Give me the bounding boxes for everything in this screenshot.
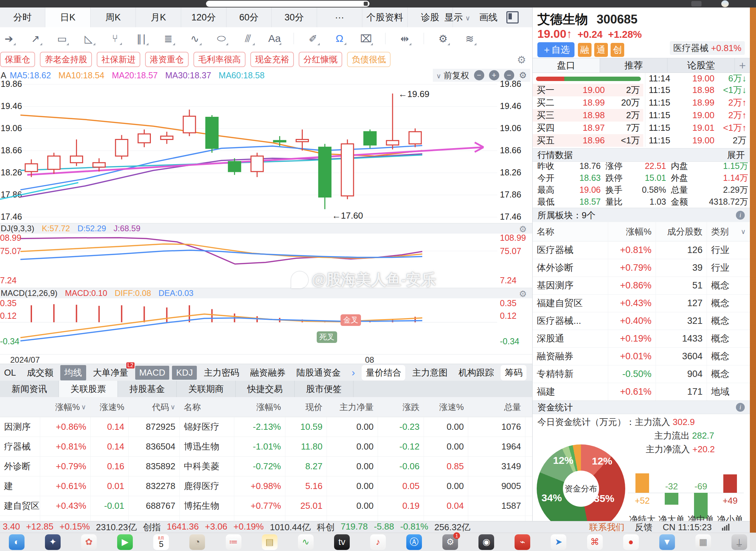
order-book-row[interactable]: 买四18.977万: [533, 122, 643, 134]
arrow-app-icon[interactable]: ➤: [551, 534, 566, 550]
sector-column-header[interactable]: 成分股数: [656, 222, 707, 241]
tab-日K[interactable]: 日K: [45, 7, 91, 27]
expand-link[interactable]: 展开: [727, 149, 745, 161]
music-icon[interactable]: ♪: [370, 534, 386, 550]
table-row[interactable]: 建+0.61%0.01832278鹿得医疗+0.98%5.160.000.050…: [0, 476, 532, 496]
gann-fan-icon[interactable]: ◺: [81, 33, 96, 45]
adjust-dropdown[interactable]: ∨ 前复权: [436, 70, 469, 81]
tab-120分[interactable]: 120分: [181, 7, 226, 27]
tags-gear-icon[interactable]: ⚙: [517, 54, 526, 66]
spotlight-search-input[interactable]: [206, 1, 369, 7]
sector-row[interactable]: 医疗器械...+0.40%321概念: [533, 312, 750, 330]
rectangle-tool-icon[interactable]: ▭: [54, 33, 69, 45]
trash-icon[interactable]: ⍊: [731, 534, 747, 550]
fib-circle-icon[interactable]: ⬭: [214, 33, 229, 45]
panel-tab-推荐[interactable]: 推荐: [600, 58, 667, 73]
minus-circle-icon[interactable]: −: [474, 70, 484, 80]
trash-icon[interactable]: ⌧: [359, 33, 374, 45]
sector-row[interactable]: 深股通+0.19%1433概念: [533, 330, 750, 348]
news-tab-股市便签[interactable]: 股市便签: [295, 381, 353, 397]
control-center-icon[interactable]: [691, 1, 702, 6]
column-header[interactable]: 主力净量: [327, 397, 378, 417]
notes-icon[interactable]: ▤: [262, 534, 278, 550]
settings-icon[interactable]: ⚙1: [442, 534, 458, 550]
table-row[interactable]: 因测序+0.86%0.14872925锦好医疗-2.13%10.590.00-0…: [0, 417, 532, 437]
column-header[interactable]: 总量: [468, 397, 525, 417]
indicator-tab-大单净量[interactable]: 大单净量L2: [89, 365, 132, 380]
downloads-folder-icon[interactable]: ▼: [659, 534, 675, 550]
order-book-row[interactable]: 买三18.982万: [533, 109, 643, 122]
sector-row[interactable]: 福建+0.61%171地域: [533, 383, 750, 401]
badge-创[interactable]: 创: [611, 43, 624, 57]
finder-icon[interactable]: ◐: [9, 534, 25, 550]
eraser-icon[interactable]: ✐: [305, 33, 320, 45]
indicator-tab-机构跟踪[interactable]: 机构跟踪: [454, 365, 498, 380]
contacts-icon[interactable]: ◔: [189, 534, 205, 550]
indicator-tab-KDJ[interactable]: KDJ: [172, 366, 197, 380]
tag-chip[interactable]: 现金充裕: [250, 52, 294, 67]
move-tool-icon[interactable]: ⇹: [397, 33, 412, 45]
launchpad-icon[interactable]: ✦: [45, 534, 61, 550]
news-tab-关联股票[interactable]: 关联股票: [59, 381, 118, 397]
photos-icon[interactable]: ✿: [81, 534, 97, 550]
panel-tab-盘口[interactable]: 盘口: [533, 58, 600, 73]
indicator-tab-陆股通资金[interactable]: 陆股通资金: [292, 365, 345, 380]
tag-chip[interactable]: 港资重仓: [145, 52, 189, 67]
info-icon[interactable]: i: [736, 211, 745, 220]
tab-周K[interactable]: 周K: [91, 7, 136, 27]
tag-chip[interactable]: 社保新进: [97, 52, 140, 67]
news-tab-新闻资讯[interactable]: 新闻资讯: [0, 381, 59, 397]
column-header[interactable]: 涨速%: [424, 397, 468, 417]
draw-line-button[interactable]: 画线: [479, 11, 498, 23]
order-book-row[interactable]: 买五18.96<1万: [533, 134, 643, 147]
horizontal-lines-icon[interactable]: ≣: [161, 33, 176, 45]
tab-30分[interactable]: 30分: [272, 7, 317, 27]
sector-column-header[interactable]: 涨幅%: [608, 222, 656, 241]
panel-tab-论股堂[interactable]: 论股堂: [667, 58, 735, 73]
pointer-arrow-icon[interactable]: ➔: [1, 33, 16, 45]
column-header[interactable]: 名称: [180, 397, 234, 417]
column-header[interactable]: 现价: [285, 397, 327, 417]
trend-line-icon[interactable]: ↗: [28, 33, 43, 45]
order-book-row[interactable]: 买二18.9920万: [533, 96, 643, 109]
files-window-icon[interactable]: ▦: [695, 534, 711, 550]
wave-tool-icon[interactable]: ∿: [187, 33, 202, 45]
news-tab-关联期商[interactable]: 关联期商: [177, 381, 236, 397]
column-header[interactable]: 涨速%: [91, 397, 129, 417]
tag-chip[interactable]: 保重仓: [0, 52, 35, 67]
badge-融[interactable]: 融: [578, 43, 592, 57]
indicator-tab-MACD[interactable]: MACD: [135, 366, 170, 380]
info-icon[interactable]: i: [736, 403, 745, 412]
tag-chip[interactable]: 养老金持股: [40, 52, 92, 67]
tag-chip[interactable]: 负债很低: [347, 52, 391, 67]
badge-通[interactable]: 通: [594, 43, 608, 57]
sector-row[interactable]: 基因测序+0.86%51概念: [533, 277, 750, 295]
panel-tab-＋[interactable]: ＋: [735, 58, 750, 73]
facetime-icon[interactable]: ▶: [117, 534, 133, 550]
news-tab-持股基金[interactable]: 持股基金: [118, 381, 177, 397]
sector-row[interactable]: 专精特新-0.50%904概念: [533, 365, 750, 383]
panel-toggle-icon[interactable]: [506, 11, 519, 23]
sector-column-header[interactable]: 名称: [533, 222, 608, 241]
status-link[interactable]: 联系我们: [589, 521, 625, 533]
indicator-tab-OL[interactable]: OL: [0, 366, 20, 380]
appletv-icon[interactable]: tv: [334, 534, 350, 550]
tag-chip[interactable]: 分红慷慨: [299, 52, 342, 67]
calendar-icon[interactable]: 8月5: [153, 534, 169, 550]
sector-row[interactable]: 融资融券+0.01%3604概念: [533, 347, 750, 365]
toolbar-gear-icon[interactable]: ⚙: [436, 33, 451, 45]
red-dot-app-icon[interactable]: ●: [623, 534, 639, 550]
news-tab-快捷交易[interactable]: 快捷交易: [236, 381, 295, 397]
indicator-tab-›[interactable]: ›: [347, 365, 359, 380]
status-link[interactable]: 反馈: [635, 521, 652, 533]
tab-60分[interactable]: 60分: [226, 7, 272, 27]
tab-分时[interactable]: 分时: [0, 7, 45, 27]
status-link[interactable]: CN 11:15:23: [663, 522, 712, 533]
column-header[interactable]: 涨跌: [378, 397, 424, 417]
fitness-icon[interactable]: ∿: [298, 534, 314, 550]
tag-chip[interactable]: 毛利率很高: [193, 52, 246, 67]
magnet-icon[interactable]: Ω: [332, 33, 347, 44]
table-row[interactable]: 疗器械概念+0.40%0.10688677海泰新光-0.93%22.170.00…: [0, 516, 532, 521]
sector-row[interactable]: 福建自贸区+0.43%127概念: [533, 294, 750, 312]
column-header[interactable]: 涨幅%∨: [40, 397, 91, 417]
